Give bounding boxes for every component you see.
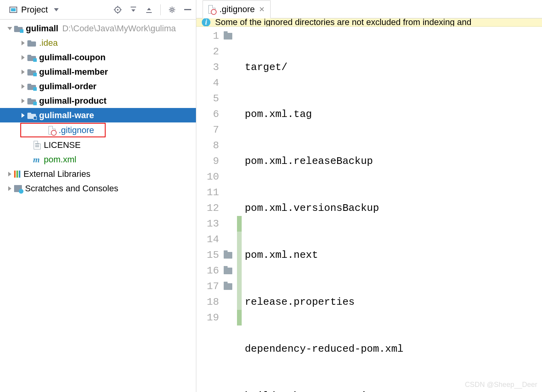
collapse-all-icon[interactable] <box>145 5 153 14</box>
line-number: 1 <box>196 28 219 44</box>
chevron-down-icon <box>54 8 59 11</box>
close-icon[interactable]: ✕ <box>259 5 265 14</box>
code-line: target/ <box>245 59 542 75</box>
line-number: 4 <box>196 75 219 91</box>
editor-area: .gitignore ✕ i Some of the ignored direc… <box>196 0 542 392</box>
line-number: 9 <box>196 153 219 169</box>
line-number: 16 <box>196 263 219 279</box>
folder-gutter-icon[interactable] <box>224 252 232 259</box>
libraries-icon <box>14 171 20 178</box>
line-number: 6 <box>196 106 219 122</box>
svg-rect-11 <box>184 9 191 10</box>
code-line: dependency-reduced-pom.xml <box>245 341 542 357</box>
tree-label: gulimall-member <box>39 67 108 77</box>
editor-notification-banner[interactable]: i Some of the ignored directories are no… <box>196 18 542 27</box>
maven-icon: m <box>32 155 41 164</box>
project-tool-window: Project gulimall D:\Code\Java\MyWork\gul… <box>0 0 196 392</box>
tree-module[interactable]: gulimall-coupon <box>0 50 196 65</box>
svg-marker-7 <box>131 9 135 12</box>
line-number: 11 <box>196 185 219 200</box>
gear-icon[interactable] <box>168 5 176 14</box>
project-view-selector[interactable]: Project <box>9 5 113 15</box>
tree-label: gulimall-order <box>39 81 97 92</box>
tree-module[interactable]: gulimall-order <box>0 79 196 94</box>
module-folder-icon <box>27 54 36 61</box>
module-folder-icon <box>27 83 36 90</box>
tree-label: gulimall-coupon <box>39 52 106 63</box>
tree-label: Scratches and Consoles <box>25 183 118 194</box>
svg-point-10 <box>171 9 173 11</box>
scratches-icon <box>14 185 22 192</box>
banner-text: Some of the ignored directories are not … <box>215 18 472 27</box>
tree-label: gulimall <box>26 23 58 34</box>
chevron-right-icon <box>22 41 25 45</box>
line-number: 14 <box>196 232 219 247</box>
tree-module[interactable]: gulimall-member <box>0 65 196 79</box>
tree-folder-idea[interactable]: .idea <box>0 36 196 50</box>
line-number: 12 <box>196 200 219 216</box>
editor-tab-bar: .gitignore ✕ <box>196 0 542 18</box>
project-icon <box>9 7 17 13</box>
code-line: release.properties <box>245 294 542 310</box>
watermark: CSDN @Sheep__Deer <box>465 381 537 389</box>
chevron-right-icon <box>22 55 25 60</box>
code-line: pom.xml.releaseBackup <box>245 153 542 169</box>
locate-icon[interactable] <box>113 5 122 14</box>
line-number: 5 <box>196 91 219 106</box>
tree-external-libraries[interactable]: External Libraries <box>0 167 196 181</box>
tree-label: .gitignore <box>59 125 94 135</box>
line-number: 13 <box>196 216 219 232</box>
line-number: 8 <box>196 138 219 153</box>
chevron-right-icon <box>8 186 11 191</box>
tree-module-selected[interactable]: gulimall-ware <box>0 108 196 122</box>
svg-point-1 <box>117 9 118 11</box>
chevron-right-icon <box>22 84 25 89</box>
project-tree: gulimall D:\Code\Java\MyWork\gulima .ide… <box>0 20 196 392</box>
tree-file-pom[interactable]: m pom.xml <box>0 152 196 167</box>
svg-marker-9 <box>147 8 151 10</box>
tree-label: gulimall-ware <box>39 110 94 120</box>
editor-tab[interactable]: .gitignore ✕ <box>203 0 271 18</box>
tab-label: .gitignore <box>219 4 255 14</box>
hide-icon[interactable] <box>183 5 192 14</box>
project-header: Project <box>0 0 196 20</box>
chevron-right-icon <box>22 113 25 118</box>
code-content[interactable]: target/ pom.xml.tag pom.xml.releaseBacku… <box>242 27 542 392</box>
line-number: 19 <box>196 310 219 325</box>
tree-path: D:\Code\Java\MyWork\gulima <box>62 23 176 34</box>
chevron-right-icon <box>8 172 11 176</box>
folder-gutter-icon[interactable] <box>224 283 232 290</box>
chevron-right-icon <box>22 99 25 103</box>
text-file-icon <box>34 141 41 149</box>
line-number-gutter: 1 2 3 4 5 6 7 8 9 10 11 12 13 14 15 16 1… <box>196 27 224 392</box>
line-number: 3 <box>196 59 219 75</box>
tree-label: gulimall-product <box>39 96 106 106</box>
folder-icon <box>27 40 36 47</box>
tree-label: LICENSE <box>44 140 81 150</box>
tree-label: .idea <box>39 38 58 48</box>
expand-all-icon[interactable] <box>129 5 138 14</box>
line-number: 18 <box>196 294 219 310</box>
code-editor[interactable]: 1 2 3 4 5 6 7 8 9 10 11 12 13 14 15 16 1… <box>196 27 542 392</box>
vcs-change-marker-gutter <box>237 27 242 392</box>
chevron-right-icon <box>22 70 25 74</box>
folder-gutter-icon[interactable] <box>224 268 232 274</box>
line-number: 17 <box>196 279 219 294</box>
tree-file-license[interactable]: LICENSE <box>0 138 196 152</box>
tree-root[interactable]: gulimall D:\Code\Java\MyWork\gulima <box>0 21 196 36</box>
code-line: pom.xml.next <box>245 247 542 263</box>
project-header-tools <box>113 4 192 15</box>
line-number: 10 <box>196 169 219 185</box>
line-number: 15 <box>196 247 219 263</box>
info-icon: i <box>202 18 210 27</box>
divider <box>160 4 161 15</box>
tree-scratches[interactable]: Scratches and Consoles <box>0 181 196 196</box>
module-folder-icon <box>27 112 36 119</box>
chevron-down-icon <box>7 27 12 30</box>
gitignore-file-icon <box>208 5 215 14</box>
tree-module[interactable]: gulimall-product <box>0 94 196 108</box>
gutter-icons <box>224 27 237 392</box>
gitignore-file-icon <box>48 126 56 135</box>
folder-gutter-icon[interactable] <box>224 33 232 40</box>
tree-file-gitignore[interactable]: .gitignore <box>20 123 106 137</box>
